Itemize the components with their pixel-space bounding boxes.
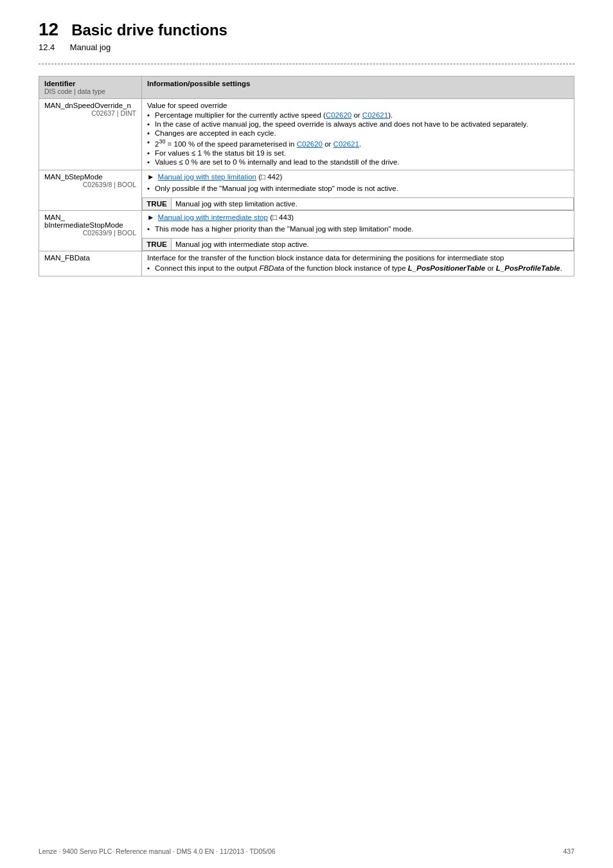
bullet-item: In the case of active manual jog, the sp… [147,120,569,128]
identifier-cell-1: MAN_dnSpeedOverride_n C02637 | DINT [39,99,142,170]
table-row: MAN_bStepMode C02639/8 | BOOL ► Manual j… [39,170,574,210]
identifier-sub-2: C02639/8 | BOOL [44,181,136,188]
col1-header-text: Identifier [44,80,76,87]
divider [39,64,574,64]
italic-fbdata: FBData [259,264,284,272]
bullet-list-3: This mode has a higher priority than the… [147,225,569,233]
bullet-item: For values ≤ 1 % the status bit 19 is se… [147,149,569,157]
link-c02620-2[interactable]: C02620 [297,140,323,148]
inner-desc-3: Manual jog with intermediate stop active… [172,238,574,250]
inner-table-2: TRUE Manual jog with step limitation act… [142,197,574,210]
inner-table-row: TRUE Manual jog with step limitation act… [143,197,574,210]
bold-italic-positionertable: L_PosPositionerTable [408,264,485,272]
superscript-30: 30 [159,138,165,145]
bullet-item: Values ≤ 0 % are set to 0 % internally a… [147,158,569,166]
identifier-cell-2: MAN_bStepMode C02639/8 | BOOL [39,170,142,210]
inner-desc-2: Manual jog with step limitation active. [172,197,574,210]
link-c02621-1[interactable]: C02621 [362,111,388,119]
bullet-list-2: Only possible if the "Manual jog with in… [147,185,569,192]
identifier-sub-1: C02637 | DINT [44,109,136,117]
ref-442: (□ 442) [258,173,282,181]
link-c02621-2[interactable]: C02621 [333,140,359,148]
page-footer: Lenze · 9400 Servo PLC· Reference manual… [39,847,574,855]
bullet-list-4: Connect this input to the output FBData … [147,264,569,272]
bullet-item: Changes are accepted in each cycle. [147,129,569,137]
col2-header-text: Information/possible settings [147,80,250,87]
link-step-mode[interactable]: Manual jog with step limitation [158,173,256,181]
identifier-main-2: MAN_bStepMode [44,173,103,181]
identifier-cell-3: MAN_bIntermediateStopMode C02639/9 | BOO… [39,210,142,251]
link-intermediate-stop[interactable]: Manual jog with intermediate stop [158,213,268,221]
info-title-1: Value for speed override [147,102,569,109]
footer-left: Lenze · 9400 Servo PLC· Reference manual… [39,847,276,855]
main-table: Identifier DIS code | data type Informat… [39,76,574,276]
col1-subheader-text: DIS code | data type [44,87,105,95]
info-cell-3: ► Manual jog with intermediate stop (□ 4… [142,210,574,251]
bullet-item: Only possible if the "Manual jog with in… [147,185,569,192]
identifier-main-3: MAN_bIntermediateStopMode [44,213,123,229]
footer-right: 437 [563,847,574,855]
info-cell-1: Value for speed override Percentage mult… [142,99,574,170]
inner-table-3: TRUE Manual jog with intermediate stop a… [142,238,574,251]
section-number: 12.4 [39,42,55,52]
bullet-item: This mode has a higher priority than the… [147,225,569,233]
inner-table-row: TRUE Manual jog with intermediate stop a… [143,238,574,250]
section-title: Manual jog [70,42,111,52]
identifier-sub-3: C02639/9 | BOOL [44,229,136,237]
col-identifier-header: Identifier DIS code | data type [39,77,142,99]
table-row: MAN_dnSpeedOverride_n C02637 | DINT Valu… [39,99,574,170]
true-label-2: TRUE [143,197,172,210]
info-title-4: Interface for the transfer of the functi… [147,254,569,262]
bullet-list-1: Percentage multiplier for the currently … [147,111,569,166]
arrow-icon-2: ► [147,173,154,181]
arrow-icon-3: ► [147,213,154,221]
bullet-item: Percentage multiplier for the currently … [147,111,569,119]
bullet-item: 230 = 100 % of the speed parameterised i… [147,138,569,148]
info-arrow-row-2: ► Manual jog with step limitation (□ 442… [142,170,574,183]
page-header: 12 Basic drive functions [39,19,574,40]
identifier-cell-4: MAN_FBData [39,251,142,276]
bold-italic-profiletable: L_PosProfileTable [496,264,560,272]
info-subbullet-3: This mode has a higher priority than the… [142,225,574,237]
info-arrow-row-3: ► Manual jog with intermediate stop (□ 4… [142,211,574,224]
identifier-main-4: MAN_FBData [44,254,90,262]
col-info-header: Information/possible settings [142,77,574,99]
section-ref: 12.4 Manual jog [39,42,574,52]
info-cell-4: Interface for the transfer of the functi… [142,251,574,276]
identifier-main-1: MAN_dnSpeedOverride_n [44,102,131,109]
ref-443: (□ 443) [270,213,294,221]
true-label-3: TRUE [143,238,172,250]
link-c02620-1[interactable]: C02620 [326,111,351,119]
chapter-number: 12 [39,19,58,40]
chapter-title: Basic drive functions [71,21,227,39]
table-row: MAN_FBData Interface for the transfer of… [39,251,574,276]
bullet-item-4: Connect this input to the output FBData … [147,264,569,272]
info-subbullet-2: Only possible if the "Manual jog with in… [142,185,574,196]
table-row: MAN_bIntermediateStopMode C02639/9 | BOO… [39,210,574,251]
info-cell-2: ► Manual jog with step limitation (□ 442… [142,170,574,210]
